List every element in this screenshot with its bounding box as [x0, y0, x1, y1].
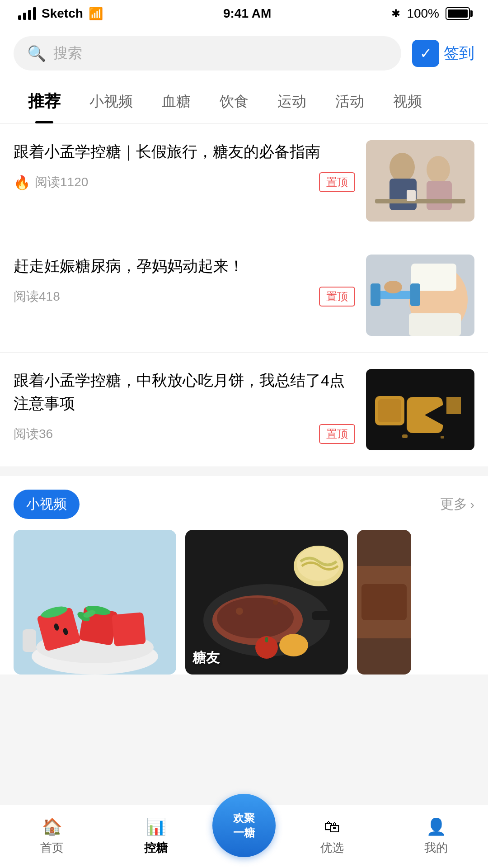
time-label: 9:41 AM	[223, 6, 271, 21]
tab-blood-sugar[interactable]: 血糖	[147, 81, 205, 123]
article-title: 跟着小孟学控糖，中秋放心吃月饼，我总结了4点注意事项	[14, 369, 355, 415]
tab-activity[interactable]: 活动	[321, 81, 379, 123]
svg-point-44	[273, 599, 278, 605]
nav-item-shop[interactable]: 🛍 优选	[280, 817, 384, 856]
svg-point-1	[389, 153, 415, 182]
more-link[interactable]: 更多 ›	[440, 495, 474, 514]
svg-rect-6	[407, 190, 416, 201]
nav-label-profile: 我的	[424, 840, 448, 856]
read-count: 🔥 阅读1120	[14, 174, 88, 191]
video-label: 糖友	[192, 649, 220, 667]
article-image	[366, 255, 474, 336]
article-item[interactable]: 跟着小孟学控糖，中秋放心吃月饼，我总结了4点注意事项 阅读36 置顶	[0, 353, 488, 467]
svg-rect-26	[112, 612, 146, 646]
status-right: ✱ 100%	[391, 6, 470, 21]
read-count: 阅读418	[14, 288, 60, 305]
svg-point-43	[236, 608, 243, 615]
carrier-label: Sketch	[42, 6, 83, 21]
svg-rect-17	[378, 399, 401, 422]
nav-label-home: 首页	[40, 840, 64, 856]
svg-rect-12	[371, 283, 380, 306]
pin-badge: 置顶	[319, 424, 355, 444]
fire-icon: 🔥	[14, 175, 30, 190]
read-label: 阅读418	[14, 288, 60, 305]
signal-icon	[18, 7, 36, 20]
checkin-button[interactable]: ✓ 签到	[412, 40, 474, 67]
article-item[interactable]: 跟着小孟学控糖｜长假旅行，糖友的必备指南 🔥 阅读1120 置顶	[0, 124, 488, 238]
status-left: Sketch 📶	[18, 6, 103, 21]
svg-rect-35	[312, 611, 343, 620]
nav-item-profile[interactable]: 👤 我的	[384, 817, 488, 856]
center-label: 欢聚一糖	[233, 811, 255, 839]
svg-rect-23	[23, 629, 36, 652]
svg-point-3	[427, 156, 450, 183]
read-count: 阅读36	[14, 425, 53, 443]
nav-item-control[interactable]: 📊 控糖	[104, 817, 208, 856]
article-item[interactable]: 赶走妊娠糖尿病，孕妈妈动起来！ 阅读418 置顶	[0, 238, 488, 353]
svg-rect-4	[427, 181, 452, 210]
search-area: 🔍 搜索 ✓ 签到	[0, 27, 488, 80]
nav-item-home[interactable]: 🏠 首页	[0, 817, 104, 856]
article-image	[366, 140, 474, 222]
article-title: 跟着小孟学控糖｜长假旅行，糖友的必备指南	[14, 140, 355, 163]
nav-label-control: 控糖	[144, 840, 168, 856]
svg-rect-19	[441, 436, 444, 439]
article-meta: 阅读36 置顶	[14, 424, 355, 444]
pin-badge: 置顶	[319, 172, 355, 192]
svg-rect-13	[410, 283, 420, 306]
video-thumb[interactable]	[357, 530, 411, 675]
video-section-badge: 小视频	[14, 490, 80, 519]
section-gap	[0, 467, 488, 476]
home-icon: 🏠	[42, 817, 62, 836]
chart-icon: 📊	[146, 817, 166, 836]
video-thumb[interactable]: 糖友	[185, 530, 348, 675]
article-image	[366, 369, 474, 450]
tab-exercise[interactable]: 运动	[263, 81, 321, 123]
pin-badge: 置顶	[319, 287, 355, 307]
article-text: 赶走妊娠糖尿病，孕妈妈动起来！ 阅读418 置顶	[14, 255, 355, 307]
video-row: 糖友	[0, 530, 488, 675]
article-meta: 阅读418 置顶	[14, 287, 355, 307]
read-label: 阅读36	[14, 425, 53, 443]
svg-point-37	[217, 598, 294, 638]
svg-rect-5	[375, 199, 465, 203]
svg-rect-0	[366, 140, 474, 222]
video-section: 小视频 更多 ›	[0, 476, 488, 675]
nav-label-shop: 优选	[320, 840, 344, 856]
search-bar[interactable]: 🔍 搜索	[14, 36, 401, 71]
bluetooth-icon: ✱	[391, 7, 400, 20]
wifi-icon: 📶	[89, 7, 103, 21]
tab-diet[interactable]: 饮食	[205, 81, 263, 123]
article-meta: 🔥 阅读1120 置顶	[14, 172, 355, 192]
tab-recommended[interactable]: 推荐	[14, 80, 75, 123]
search-icon: 🔍	[27, 44, 46, 62]
shop-icon: 🛍	[324, 817, 340, 836]
nav-tabs: 推荐 小视频 血糖 饮食 运动 活动 视频	[0, 80, 488, 124]
tab-video[interactable]: 视频	[379, 81, 436, 123]
profile-icon: 👤	[426, 817, 446, 836]
svg-point-14	[384, 281, 402, 293]
video-header: 小视频 更多 ›	[0, 490, 488, 530]
svg-rect-18	[402, 434, 408, 438]
center-fab-button[interactable]: 欢聚一糖	[212, 794, 276, 857]
svg-rect-47	[361, 584, 407, 620]
checkin-label: 签到	[444, 43, 474, 64]
search-placeholder: 搜索	[53, 43, 82, 63]
svg-point-42	[279, 634, 308, 656]
nav-item-center[interactable]: 欢聚一糖	[208, 816, 280, 857]
battery-icon	[446, 7, 470, 20]
status-bar: Sketch 📶 9:41 AM ✱ 100%	[0, 0, 488, 27]
bottom-nav: 🏠 首页 📊 控糖 欢聚一糖 🛍 优选 👤 我的	[0, 805, 488, 868]
tab-video-short[interactable]: 小视频	[75, 81, 147, 123]
svg-rect-41	[265, 637, 268, 642]
svg-rect-10	[409, 313, 461, 336]
checkin-icon: ✓	[412, 40, 439, 67]
chevron-right-icon: ›	[470, 497, 474, 512]
read-label: 阅读1120	[35, 174, 88, 191]
video-thumb[interactable]	[14, 530, 176, 675]
battery-percent: 100%	[407, 6, 439, 21]
article-title: 赶走妊娠糖尿病，孕妈妈动起来！	[14, 255, 355, 278]
article-text: 跟着小孟学控糖｜长假旅行，糖友的必备指南 🔥 阅读1120 置顶	[14, 140, 355, 192]
article-text: 跟着小孟学控糖，中秋放心吃月饼，我总结了4点注意事项 阅读36 置顶	[14, 369, 355, 444]
